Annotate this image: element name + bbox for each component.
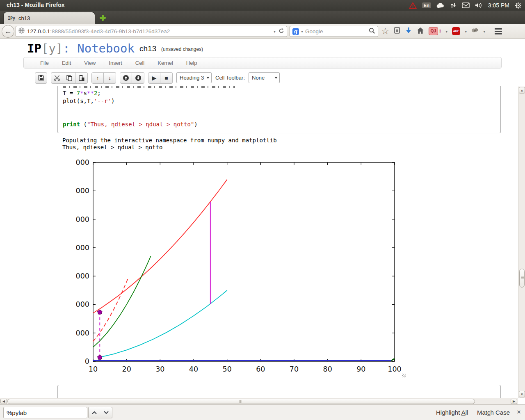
output-line-2: Thus, ηdiesel > ηdual > ηotto: [62, 144, 162, 151]
quickjava-bang: !: [439, 28, 441, 34]
clock[interactable]: 3:05 PM: [488, 2, 509, 9]
url-bar[interactable]: 127.0.0.1:8888/55d093f3-4ed3-4d76-9b13-b…: [16, 26, 287, 37]
svg-text:5000: 5000: [76, 215, 89, 224]
network-updown-icon[interactable]: [450, 2, 457, 9]
scroll-up-button[interactable]: ▲: [519, 87, 525, 94]
gear-icon[interactable]: [515, 2, 522, 9]
vertical-scrollbar[interactable]: ▲ ▼: [518, 87, 525, 398]
svg-text:90: 90: [356, 365, 365, 373]
cell-toolbar-label: Cell Toolbar:: [215, 75, 245, 81]
find-previous-button[interactable]: [88, 407, 100, 418]
url-path: :8888/55d093f3-4ed3-4d76-9b13-b7d126d37e…: [50, 28, 170, 34]
back-button[interactable]: ←: [2, 25, 14, 38]
window-titlebar: ch13 - Mozilla Firefox En 3:05 PM: [0, 0, 525, 11]
vertical-scrollbar-thumb[interactable]: [519, 269, 525, 288]
window-title: ch13 - Mozilla Firefox: [7, 2, 65, 8]
menu-file[interactable]: File: [34, 60, 55, 66]
volume-icon[interactable]: [475, 2, 483, 9]
cell-toolbar-select[interactable]: None: [249, 72, 280, 83]
scroll-down-button[interactable]: ▼: [519, 391, 525, 397]
addon-moth-icon[interactable]: [471, 27, 479, 35]
mail-icon[interactable]: [462, 2, 470, 8]
bookmarks-list-icon[interactable]: [394, 27, 400, 36]
code-cell[interactable]: T = 7*s**2;plot(s,T,'--r') print ("Thus,…: [57, 86, 501, 133]
move-cell-up-button[interactable]: ↑: [91, 72, 104, 84]
svg-text:50: 50: [223, 365, 232, 373]
paste-cell-button[interactable]: [75, 72, 88, 84]
notebook-toolbar: ↑ ↓ ▶ ■ Heading 3 Cell Toolbar: None: [35, 72, 511, 84]
copy-cell-button[interactable]: [63, 72, 75, 84]
notebook-title[interactable]: ch13: [139, 44, 156, 53]
chevron-down-icon: [274, 77, 278, 79]
output-line-1: Populating the interactive namespace fro…: [62, 137, 277, 144]
svg-text:70: 70: [290, 365, 299, 373]
interrupt-kernel-button[interactable]: ■: [160, 72, 173, 84]
search-icon[interactable]: [369, 27, 375, 36]
tab-label: ch13: [18, 15, 30, 21]
menu-view[interactable]: View: [78, 60, 102, 66]
horizontal-scrollbar[interactable]: ◀ ▶: [0, 398, 518, 404]
move-cell-down-button[interactable]: ↓: [104, 72, 116, 84]
svg-text:10: 10: [89, 365, 98, 373]
browser-navbar: ← 127.0.0.1:8888/55d093f3-4ed3-4d76-9b13…: [0, 24, 525, 39]
tab-strip: IPy ch13: [0, 11, 525, 24]
home-icon[interactable]: [417, 27, 424, 36]
menu-hamburger-icon[interactable]: [495, 28, 502, 34]
svg-text:2000: 2000: [76, 300, 89, 308]
ipython-favicon: IPy: [8, 16, 15, 21]
menu-edit[interactable]: Edit: [55, 60, 78, 66]
globe-icon: [18, 27, 25, 35]
addon-dropdown-icon[interactable]: ▾: [483, 29, 485, 34]
find-next-button[interactable]: [100, 407, 112, 418]
svg-text:100: 100: [388, 365, 401, 373]
url-host: 127.0.0.1: [27, 28, 50, 34]
menu-cell[interactable]: Cell: [129, 60, 151, 66]
figure-resize-handle[interactable]: [402, 374, 406, 377]
tab-ch13[interactable]: IPy ch13: [3, 12, 95, 24]
quickjava-dropdown-icon[interactable]: ▾: [445, 29, 447, 34]
separator: [490, 27, 490, 35]
reload-icon[interactable]: [278, 28, 284, 35]
insert-cell-below-button[interactable]: [132, 72, 144, 84]
svg-text:6000: 6000: [76, 187, 89, 195]
keyboard-layout-indicator[interactable]: En: [422, 2, 431, 8]
save-button[interactable]: [35, 72, 47, 84]
svg-text:60: 60: [256, 365, 265, 373]
match-case-button[interactable]: Match Case: [477, 409, 510, 416]
figure-svg: 1020304050607080901000100020003000400050…: [76, 158, 404, 377]
svg-text:40: 40: [189, 365, 198, 373]
close-findbar-icon[interactable]: ×: [517, 408, 521, 416]
search-bar[interactable]: g ▾ Google: [290, 26, 378, 37]
run-cell-button[interactable]: ▶: [148, 72, 160, 84]
google-icon: g: [292, 28, 299, 35]
svg-text:4000: 4000: [76, 244, 89, 252]
svg-text:0: 0: [85, 357, 89, 365]
notebook-save-status: (unsaved changes): [161, 46, 203, 52]
scroll-left-button[interactable]: ◀: [0, 399, 7, 404]
cut-cell-button[interactable]: [51, 72, 63, 84]
warning-icon[interactable]: [409, 2, 417, 9]
menu-help[interactable]: Help: [180, 60, 204, 66]
adblock-icon[interactable]: ABP: [452, 27, 460, 35]
downloads-icon[interactable]: [405, 27, 412, 36]
highlight-all-button[interactable]: Highlight All: [436, 409, 468, 416]
menu-kernel[interactable]: Kernel: [151, 60, 180, 66]
scroll-right-button[interactable]: ▶: [511, 399, 517, 404]
find-input[interactable]: [3, 407, 87, 418]
bookmark-star-icon[interactable]: ☆: [381, 27, 389, 35]
notebook-menubar: File Edit View Insert Cell Kernel Help: [23, 57, 502, 68]
new-tab-button[interactable]: [100, 15, 106, 21]
code-area[interactable]: T = 7*s**2;plot(s,T,'--r') print ("Thus,…: [58, 88, 500, 128]
url-dropdown-icon[interactable]: ▾: [274, 29, 276, 34]
horizontal-scrollbar-thumb[interactable]: [7, 399, 475, 404]
quickjava-icon[interactable]: QJ: [429, 27, 438, 35]
svg-text:7000: 7000: [76, 158, 89, 167]
insert-cell-above-button[interactable]: [120, 72, 132, 84]
adblock-dropdown-icon[interactable]: ▾: [465, 29, 467, 34]
svg-text:20: 20: [122, 365, 131, 373]
ipython-logo[interactable]: IP[y]: Notebook: [27, 41, 135, 55]
cloud-icon[interactable]: [436, 2, 445, 8]
search-engine-dropdown-icon[interactable]: ▾: [301, 29, 303, 34]
menu-insert[interactable]: Insert: [102, 60, 129, 66]
cell-type-select[interactable]: Heading 3: [176, 72, 212, 83]
